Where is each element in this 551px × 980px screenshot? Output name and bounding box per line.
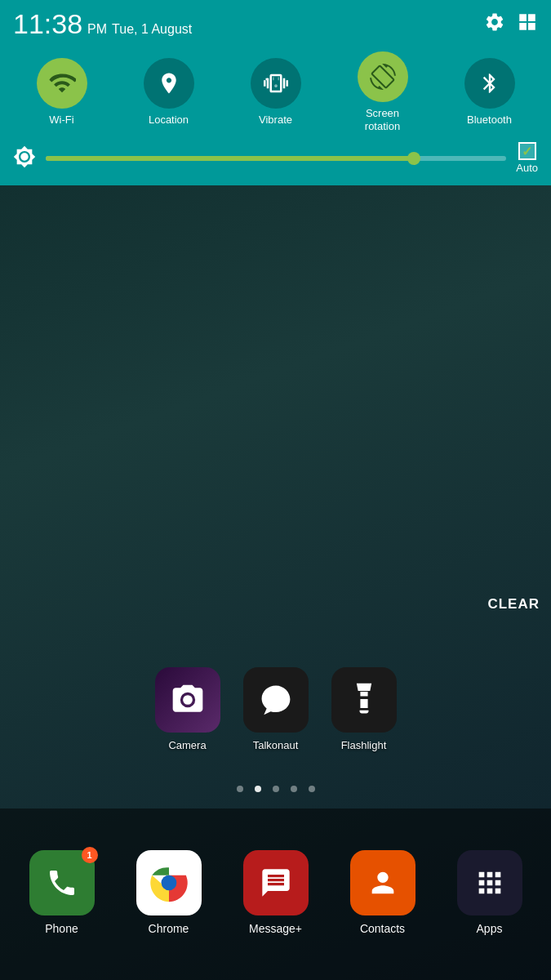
brightness-fill [46,156,414,161]
chrome-label: Chrome [149,922,189,935]
camera-label: Camera [168,739,206,751]
status-date: Tue, 1 August [112,22,192,37]
qs-wifi-circle [37,58,87,109]
settings-icon[interactable] [484,11,505,38]
qs-vibrate-label: Vibrate [259,114,292,127]
contacts-label: Contacts [360,922,405,935]
chrome-icon-bg [136,850,202,915]
page-dot-3[interactable] [291,786,297,792]
quick-settings-row: Wi-Fi Location Vibrate [0,45,551,136]
qs-wifi[interactable]: Wi-Fi [37,58,87,127]
page-dot-1[interactable] [255,786,261,792]
dock-apps[interactable]: Apps [457,850,522,935]
app-icon-flashlight[interactable]: Flashlight [331,667,397,751]
app-icons-row: Camera Talkonaut Flashlight [0,667,551,751]
page-dot-4[interactable] [309,786,315,792]
status-icons [484,11,538,38]
clock-ampm: PM [87,22,107,37]
qs-rotation-label: Screenrotation [365,107,400,132]
qs-location-label: Location [149,114,189,127]
dock-bar: 1 Phone Chrome Message+ [0,808,551,980]
page-dots [0,786,551,792]
message-icon-bg [243,850,309,915]
apps-icon-bg [457,850,522,915]
phone-badge: 1 [82,847,98,863]
dock-phone[interactable]: 1 Phone [29,850,95,935]
brightness-thumb [407,152,420,165]
flashlight-icon-bg [331,667,397,733]
phone-label: Phone [45,922,78,935]
auto-label: Auto [516,162,538,174]
apps-label: Apps [477,922,503,935]
page-dot-2[interactable] [273,786,279,792]
talkonaut-icon-bg [243,667,309,733]
auto-brightness[interactable]: ✓ Auto [516,142,538,174]
message-label: Message+ [249,922,302,935]
qs-bluetooth-circle [464,58,515,109]
qs-rotation-circle [358,51,408,102]
svg-point-3 [161,875,176,891]
clock-time: 11:38 [13,8,82,40]
auto-checkbox-box: ✓ [518,142,536,160]
brightness-icon [13,145,36,172]
phone-icon-bg: 1 [29,850,95,915]
qs-location[interactable]: Location [144,58,194,127]
grid-icon[interactable] [517,11,538,38]
status-bar: 11:38 PM Tue, 1 August [0,0,551,45]
qs-screen-rotation[interactable]: Screenrotation [358,51,408,132]
qs-bluetooth[interactable]: Bluetooth [464,58,515,127]
qs-vibrate[interactable]: Vibrate [251,58,301,127]
contacts-icon-bg [350,850,415,915]
time-block: 11:38 PM Tue, 1 August [13,8,192,40]
notification-shade: 11:38 PM Tue, 1 August [0,0,551,185]
brightness-row: ✓ Auto [0,136,551,185]
talkonaut-label: Talkonaut [253,739,299,751]
app-icon-camera[interactable]: Camera [155,667,220,751]
flashlight-label: Flashlight [341,739,387,751]
app-icon-talkonaut[interactable]: Talkonaut [243,667,309,751]
qs-vibrate-circle [251,58,301,109]
dock-chrome[interactable]: Chrome [136,850,202,935]
qs-location-circle [144,58,194,109]
qs-bluetooth-label: Bluetooth [467,114,512,127]
dock-message[interactable]: Message+ [243,850,309,935]
clear-notifications-button[interactable]: CLEAR [487,596,540,612]
camera-icon-bg [155,667,220,733]
page-dot-0[interactable] [237,786,243,792]
dock-contacts[interactable]: Contacts [350,850,415,935]
brightness-slider[interactable] [46,156,506,161]
qs-wifi-label: Wi-Fi [49,114,73,127]
